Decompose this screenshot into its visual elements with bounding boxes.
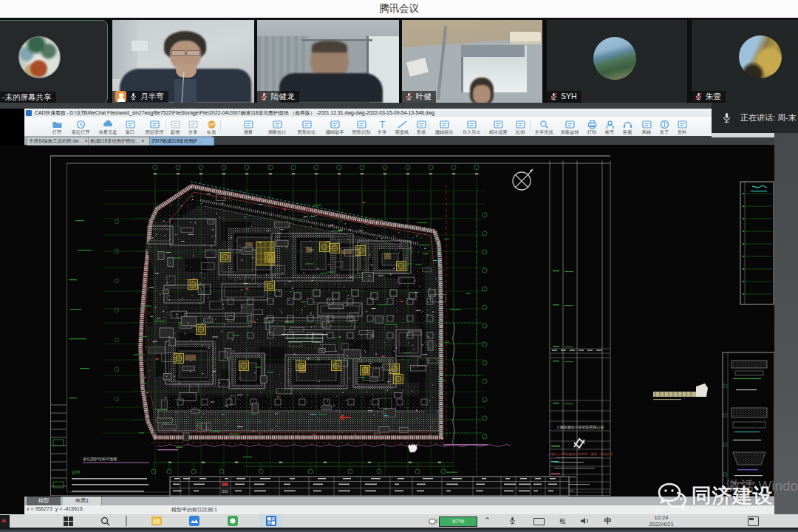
svg-text:T: T (379, 120, 385, 129)
svg-text:基坑围护结构平面图: 基坑围护结构平面图 (83, 457, 117, 462)
svg-text:上海勘测设计研究院有限公司: 上海勘测设计研究院有限公司 (556, 425, 604, 430)
svg-text:说明:: 说明: (72, 470, 81, 475)
svg-text:VIP: VIP (208, 122, 215, 127)
svg-text:上海岩土工程勘察设计研究院（集团）有限公司: 上海岩土工程勘察设计研究院（集团）有限公司 (548, 452, 613, 456)
